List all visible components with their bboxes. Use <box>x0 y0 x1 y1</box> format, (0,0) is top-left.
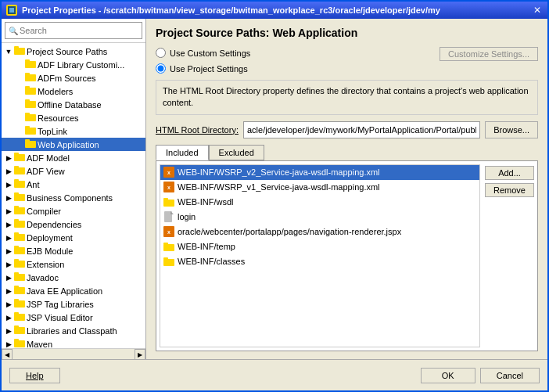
scroll-right-arrow[interactable]: ▶ <box>135 349 145 359</box>
svg-rect-54 <box>163 259 174 266</box>
tab-excluded[interactable]: Excluded <box>209 145 264 160</box>
tree-item-label: ADFm Sources <box>38 74 96 83</box>
search-input[interactable] <box>20 26 138 35</box>
browse-button[interactable]: Browse... <box>485 121 538 138</box>
svg-rect-15 <box>25 126 30 128</box>
tree-item[interactable]: ▶ Maven <box>2 337 145 348</box>
tree-web-application[interactable]: Web Application <box>2 138 145 151</box>
item-icon <box>25 99 36 110</box>
tree-offline-database[interactable]: Offline Database <box>2 98 145 111</box>
item-icon <box>14 286 25 297</box>
scroll-left-arrow[interactable]: ◀ <box>2 349 13 359</box>
html-root-label: HTML Root Directory: <box>156 125 239 135</box>
tab-included[interactable]: Included <box>156 145 209 160</box>
item-icon <box>14 219 25 230</box>
svg-rect-22 <box>14 181 25 188</box>
svg-rect-6 <box>25 74 36 81</box>
tree-root-item[interactable]: ▼ Project Source Paths <box>2 45 145 58</box>
svg-rect-3 <box>14 46 19 49</box>
file-item[interactable]: login <box>160 210 479 225</box>
file-item[interactable]: WEB-INF/temp <box>160 239 479 254</box>
customize-settings-button[interactable]: Customize Settings... <box>440 47 538 61</box>
file-list: x WEB-INF/WSRP_v2_Service-java-wsdl-mapp… <box>160 164 480 347</box>
tree-business-components[interactable]: ▶ Business Components <box>2 191 145 204</box>
file-name: WEB-INF/WSRP_v2_Service-java-wsdl-mappin… <box>178 167 380 177</box>
xml-file-icon: x <box>163 167 174 178</box>
svg-rect-39 <box>14 286 19 288</box>
tree-item[interactable]: ▶ ADF View <box>2 164 145 178</box>
svg-rect-43 <box>14 312 19 315</box>
svg-rect-25 <box>14 192 19 195</box>
file-item[interactable]: x WEB-INF/WSRP_v1_Service-java-wsdl-mapp… <box>160 180 479 195</box>
tree-item[interactable]: ▶ Javadoc <box>2 271 145 284</box>
tree-item[interactable]: ▶ Compiler <box>2 204 145 218</box>
panel-title: Project Source Paths: Web Application <box>156 27 538 39</box>
tree-item[interactable]: ▶ ADF Model <box>2 151 145 164</box>
radio-custom-row: Use Custom Settings <box>156 48 440 58</box>
help-button[interactable]: Help <box>9 368 60 383</box>
svg-rect-46 <box>14 340 25 347</box>
search-icon: 🔍 <box>9 27 18 35</box>
tree-item-label: Javadoc <box>27 273 59 282</box>
file-item[interactable]: x WEB-INF/WSRP_v2_Service-java-wsdl-mapp… <box>160 165 479 180</box>
tree-item[interactable]: Resources <box>2 111 145 124</box>
tree-item[interactable]: TopLink <box>2 124 145 138</box>
item-icon <box>14 232 25 243</box>
svg-rect-20 <box>14 167 25 174</box>
item-expander <box>14 99 25 110</box>
tree-item[interactable]: ▶ Deployment <box>2 231 145 244</box>
file-name: WEB-INF/wsdl <box>178 197 234 207</box>
item-expander: ▶ <box>3 179 14 190</box>
svg-rect-24 <box>14 194 25 201</box>
html-root-input[interactable] <box>243 121 480 138</box>
tree-item[interactable]: ▶ Ant <box>2 178 145 191</box>
svg-rect-23 <box>14 179 19 182</box>
folder-file-icon <box>163 241 174 252</box>
cancel-button[interactable]: Cancel <box>480 368 540 383</box>
horizontal-scrollbar[interactable] <box>13 349 135 359</box>
root-folder-icon <box>14 46 25 57</box>
svg-rect-53 <box>163 243 168 245</box>
tree-item-label: Modelers <box>38 87 73 96</box>
tree-item[interactable]: ▶ Extension <box>2 257 145 271</box>
item-expander: ▶ <box>3 286 14 297</box>
tree-item[interactable]: ▶ EJB Module <box>2 244 145 257</box>
add-button[interactable]: Add... <box>485 166 534 180</box>
file-item[interactable]: x oracle/webcenter/portalapp/pages/navig… <box>160 225 479 239</box>
file-item[interactable]: WEB-INF/wsdl <box>160 195 479 210</box>
tree-item-label: Extension <box>27 260 64 269</box>
tree-item[interactable]: ▶ Dependencies <box>2 218 145 231</box>
tree-root-label: Project Source Paths <box>27 47 107 56</box>
xml-file-icon: x <box>163 182 174 192</box>
tree-item-label: Dependencies <box>27 220 81 229</box>
tree-item[interactable]: Modelers <box>2 85 145 98</box>
tree-item[interactable]: ADFm Sources <box>2 71 145 85</box>
svg-rect-9 <box>25 86 30 88</box>
file-name: WEB-INF/temp <box>178 242 235 251</box>
svg-rect-41 <box>14 299 19 301</box>
remove-button[interactable]: Remove <box>485 183 534 197</box>
search-box: 🔍 <box>2 19 145 43</box>
tree-item-label: Business Components <box>27 193 113 203</box>
tree-item[interactable]: ▶ Java EE Application <box>2 284 145 297</box>
item-expander <box>14 86 25 97</box>
svg-rect-10 <box>25 101 36 108</box>
radio-custom[interactable] <box>156 48 166 58</box>
tree-item[interactable]: ▶ Libraries and Classpath <box>2 324 145 337</box>
tree-item[interactable]: ▶ JSP Visual Editor <box>2 311 145 324</box>
svg-rect-45 <box>14 325 19 328</box>
radio-project[interactable] <box>156 63 166 74</box>
item-expander: ▶ <box>3 206 14 217</box>
tree-item[interactable]: ▶ JSP Tag Libraries <box>2 297 145 311</box>
file-name: oracle/webcenter/portalapp/pages/navigat… <box>178 227 401 236</box>
item-expander <box>14 73 25 84</box>
file-item[interactable]: WEB-INF/classes <box>160 254 479 269</box>
tree-item-label: Maven <box>27 340 52 349</box>
svg-rect-47 <box>14 339 19 341</box>
item-expander: ▶ <box>3 339 14 349</box>
ok-button[interactable]: OK <box>421 368 475 383</box>
tree-item[interactable]: ADF Library Customi... <box>2 58 145 71</box>
close-button[interactable]: ✕ <box>532 5 543 16</box>
file-name: login <box>178 212 196 221</box>
item-icon <box>14 299 25 310</box>
